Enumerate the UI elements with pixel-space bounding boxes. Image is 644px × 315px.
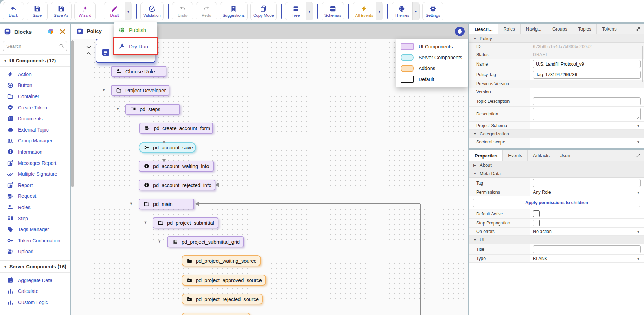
legend-item-addon[interactable]: Addons	[396, 63, 468, 74]
node-choose-role[interactable]: Choose Role	[111, 66, 166, 77]
wizard-button[interactable]: Wizard	[74, 2, 96, 20]
tab-json[interactable]: Json	[555, 150, 576, 161]
tab-descri[interactable]: Descri...	[469, 24, 498, 34]
node-pd_project_approved_source[interactable]: pd_project_approved_source	[182, 275, 266, 286]
dropdown-arrow-icon[interactable]: ▼	[637, 124, 640, 128]
tab-artifacts[interactable]: Artifacts	[528, 150, 555, 161]
sidebar-item-upload[interactable]: Upload	[0, 246, 70, 257]
sidebar-item-request[interactable]: Request	[0, 191, 70, 202]
themes-button[interactable]: Themes▼	[392, 2, 420, 20]
section-header-ui-components[interactable]: ▼UI Components (17)	[0, 54, 70, 66]
tree-button[interactable]: Tree▼	[285, 2, 313, 20]
sidebar-item-aggregate-data[interactable]: Aggregate Data	[0, 275, 70, 286]
node-pd_project_submittal_grid[interactable]: pd_project_submittal_grid	[167, 236, 244, 247]
section-about[interactable]: ▶About	[469, 161, 644, 169]
sidebar-item-action[interactable]: Action	[0, 69, 70, 80]
tab-groups[interactable]: Groups	[547, 24, 573, 34]
tag-input[interactable]	[533, 179, 641, 187]
description-textarea[interactable]	[533, 108, 641, 120]
tab-tokens[interactable]: Tokens	[597, 24, 622, 34]
settings-button[interactable]: Settings	[422, 2, 443, 20]
sidebar-item-step[interactable]: Step	[0, 213, 70, 224]
legend-item-server[interactable]: Server Components	[396, 52, 468, 63]
node-pd_account_rejected_info[interactable]: pd_account_rejected_info	[139, 180, 215, 190]
undo-button[interactable]: Undo	[172, 2, 193, 20]
node-project-developer[interactable]: Project Developer	[111, 85, 169, 96]
sidebar-item-button[interactable]: Button	[0, 80, 70, 91]
sidebar-item-multiple-signature[interactable]: Multiple Signature	[0, 168, 70, 180]
legend-item-default[interactable]: Default	[396, 74, 468, 85]
node-pd_main[interactable]: pd_main	[139, 199, 194, 209]
draft-button[interactable]: Draft▼	[104, 2, 132, 20]
node-collapse-caret[interactable]: ▼	[129, 201, 133, 206]
sidebar-item-create-token[interactable]: Create Token	[0, 102, 70, 113]
apply-permissions-button[interactable]: Apply permissions to children	[473, 199, 640, 207]
node-pd_create_account_form[interactable]: pd_create_account_form	[139, 123, 213, 134]
node-pd_project_rejected_source[interactable]: pd_project_rejected_source	[182, 294, 263, 304]
node-pd_project_waiting_source[interactable]: pd_project_waiting_source	[182, 255, 261, 266]
topic-description-input[interactable]	[533, 97, 641, 105]
dropdown-arrow[interactable]: ▼	[125, 2, 132, 20]
menu-item-dry-run[interactable]: Dry Run	[114, 37, 157, 55]
copy-mode-button[interactable]: Copy Mode	[250, 2, 277, 20]
expand-all-button[interactable]	[86, 51, 92, 56]
node-collapse-caret[interactable]: ▼	[102, 88, 106, 92]
sidebar-item-token-confirmation[interactable]: Token Confirmation	[0, 235, 70, 246]
sidebar-item-information[interactable]: Information	[0, 146, 70, 158]
tools-button[interactable]	[58, 27, 67, 36]
name-input[interactable]: U.S. Landfill Protocol_v9	[533, 60, 641, 68]
modules-button[interactable]	[46, 27, 55, 36]
permissions-selected-value[interactable]: Any Role	[533, 190, 551, 195]
sidebar-item-documents[interactable]: Documents	[0, 113, 70, 124]
tab-topics[interactable]: Topics	[573, 24, 597, 34]
sidebar-scrollbar[interactable]	[71, 40, 74, 187]
sidebar-item-roles[interactable]: Roles	[0, 202, 70, 213]
title-input[interactable]	[533, 245, 641, 253]
tab-properties[interactable]: Properties	[469, 150, 503, 161]
stop-propagation-checkbox[interactable]	[533, 220, 540, 226]
dropdown-arrow[interactable]: ▼	[376, 2, 383, 20]
legend-palette-button[interactable]	[455, 27, 465, 36]
tab-roles[interactable]: Roles	[498, 24, 521, 34]
node-pd_steps[interactable]: pd_steps	[125, 104, 180, 115]
save-button[interactable]: Save	[27, 2, 48, 20]
node-collapse-caret[interactable]: ▼	[158, 239, 162, 243]
sidebar-item-report[interactable]: Report	[0, 180, 70, 191]
section-meta-data[interactable]: ▼Meta Data	[469, 169, 644, 178]
policy-tag-input[interactable]: Tag_1731947266736	[533, 71, 641, 79]
sidebar-item-external-topic[interactable]: External Topic	[0, 124, 70, 135]
dropdown-arrow-icon[interactable]: ▼	[637, 190, 640, 194]
sidebar-item-container[interactable]: Container	[0, 91, 70, 102]
on-errors-selected-value[interactable]: No action	[533, 229, 552, 234]
dropdown-arrow[interactable]: ▼	[412, 2, 419, 20]
node-collapse-caret[interactable]: ▼	[144, 220, 147, 224]
collapse-panel-button[interactable]	[632, 150, 644, 161]
sidebar-item-messages-report[interactable]: Messages Report	[0, 158, 70, 169]
node-pd_account_save[interactable]: pd_account_save	[139, 142, 196, 153]
collapse-all-button[interactable]	[86, 44, 92, 50]
section-ui[interactable]: ▼UI	[469, 236, 644, 244]
dropdown-arrow-icon[interactable]: ▼	[637, 230, 640, 234]
dropdown-arrow-icon[interactable]: ▼	[637, 257, 640, 261]
description-panel-scrollbar[interactable]	[642, 46, 643, 82]
sidebar-item-group-manager[interactable]: Group Manager	[0, 135, 70, 147]
section-header-server-components[interactable]: ▼Server Components (16)	[0, 260, 70, 272]
schemas-button[interactable]: Schemas	[322, 2, 344, 20]
suggestions-button[interactable]: Suggestions	[220, 2, 248, 20]
tab-events[interactable]: Events	[503, 150, 528, 161]
search-input[interactable]	[3, 41, 67, 51]
type-selected-value[interactable]: BLANK	[533, 256, 547, 261]
redo-button[interactable]: Redo	[196, 2, 217, 20]
node-partial[interactable]	[182, 313, 250, 315]
node-collapse-caret[interactable]: ▼	[116, 107, 120, 111]
dropdown-arrow-icon[interactable]: ▼	[637, 140, 640, 144]
node-pd_project_submittal[interactable]: pd_project_submittal	[153, 217, 218, 228]
sidebar-item-custom-logic[interactable]: Custom Logic	[0, 297, 70, 308]
node-pd_account_waiting_info[interactable]: pd_account_waiting_info	[139, 161, 214, 172]
save-as-button[interactable]: Save As	[51, 2, 72, 20]
menu-item-publish[interactable]: Publish	[114, 22, 157, 37]
collapse-panel-button[interactable]	[632, 24, 644, 34]
tab-navig[interactable]: Navig...	[521, 24, 547, 34]
validation-button[interactable]: Validation	[140, 2, 164, 20]
section-categorization[interactable]: ▼Categorization	[469, 130, 644, 138]
